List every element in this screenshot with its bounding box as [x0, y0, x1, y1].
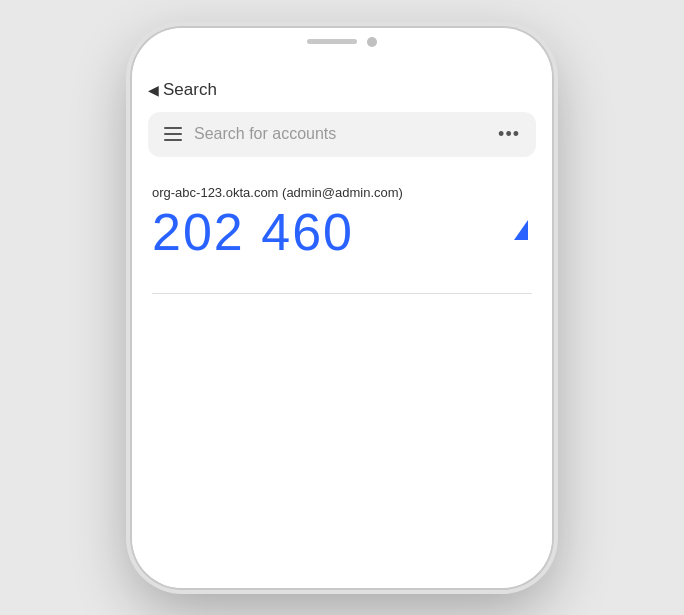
notch-speaker	[307, 39, 357, 44]
back-label[interactable]: Search	[163, 80, 217, 100]
back-navigation[interactable]: ◀ Search	[132, 72, 552, 112]
screen: ◀ Search Search for accounts ••• org-abc…	[132, 28, 552, 588]
search-placeholder[interactable]: Search for accounts	[194, 125, 486, 143]
back-arrow-icon: ◀	[148, 82, 159, 98]
hamburger-icon[interactable]	[164, 127, 182, 141]
phone-frame: ◀ Search Search for accounts ••• org-abc…	[132, 28, 552, 588]
account-number: 202 460	[152, 204, 354, 261]
phone-notch	[262, 28, 422, 56]
hamburger-line-3	[164, 139, 182, 141]
notch-camera	[367, 37, 377, 47]
account-number-row: 202 460	[152, 204, 532, 261]
hamburger-line-2	[164, 133, 182, 135]
more-options-icon[interactable]: •••	[498, 124, 520, 145]
content-area: ◀ Search Search for accounts ••• org-abc…	[132, 56, 552, 294]
signal-icon	[514, 220, 528, 240]
hamburger-line-1	[164, 127, 182, 129]
account-item[interactable]: org-abc-123.okta.com (admin@admin.com) 2…	[132, 177, 552, 277]
search-bar[interactable]: Search for accounts •••	[148, 112, 536, 157]
account-org-label: org-abc-123.okta.com (admin@admin.com)	[152, 185, 532, 200]
divider	[152, 293, 532, 294]
